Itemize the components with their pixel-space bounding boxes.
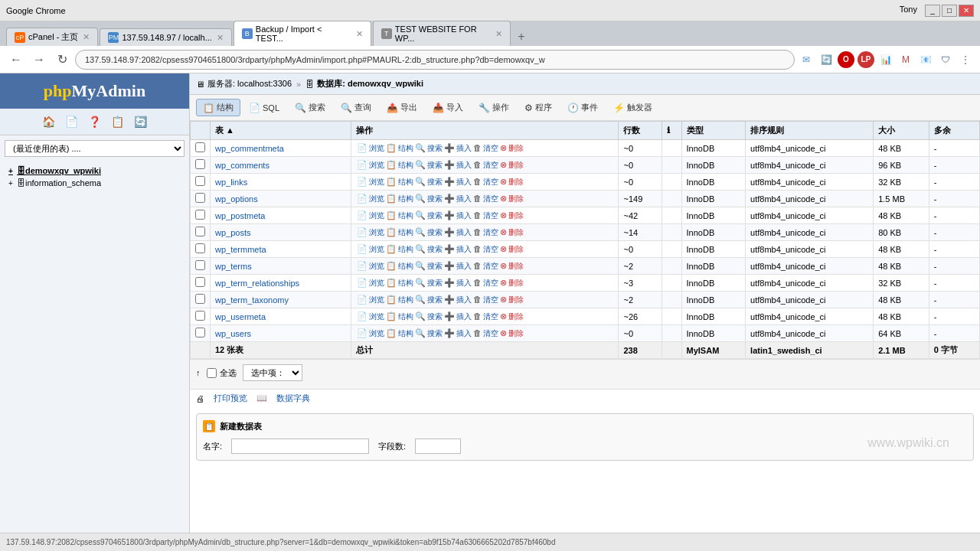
search-icon-2[interactable]: 🔍 [415, 177, 426, 186]
delete-icon-10[interactable]: ⊗ [500, 311, 507, 321]
browse-icon-9[interactable]: 📄 [357, 295, 368, 304]
checkbox-9[interactable] [195, 294, 205, 304]
forward-button[interactable]: → [29, 50, 49, 70]
empty-icon-0[interactable]: 🗑 [473, 143, 482, 152]
search-link-8[interactable]: 搜索 [427, 279, 443, 287]
th-rows[interactable]: 行数 [619, 122, 662, 140]
search-icon-1[interactable]: 🔍 [415, 160, 426, 169]
insert-icon-10[interactable]: ➕ [444, 311, 455, 321]
browse-icon-11[interactable]: 📄 [357, 328, 368, 337]
search-icon-10[interactable]: 🔍 [415, 311, 426, 321]
delete-icon-8[interactable]: ⊗ [500, 278, 507, 287]
search-icon-4[interactable]: 🔍 [415, 210, 426, 220]
empty-link-2[interactable]: 清空 [483, 178, 498, 186]
search-icon-9[interactable]: 🔍 [415, 295, 426, 304]
back-button[interactable]: ← [6, 50, 26, 70]
structure-icon-9[interactable]: 📋 [386, 295, 397, 304]
empty-icon-11[interactable]: 🗑 [473, 328, 482, 337]
structure-link-8[interactable]: 结构 [398, 279, 413, 287]
search-icon-3[interactable]: 🔍 [415, 194, 426, 203]
ext2-icon[interactable]: 📧 [917, 51, 934, 68]
toolbar-trigger[interactable]: ⚡ 触发器 [606, 99, 659, 116]
search-link-7[interactable]: 搜索 [427, 262, 443, 270]
home-nav-icon[interactable]: 🏠 [41, 113, 57, 130]
browse-icon-2[interactable]: 📄 [357, 177, 368, 186]
pma-tab-close[interactable]: ✕ [217, 33, 224, 43]
search-link-11[interactable]: 搜索 [427, 329, 443, 337]
structure-link-5[interactable]: 结构 [398, 228, 413, 236]
browse-link-4[interactable]: 浏览 [369, 211, 384, 220]
insert-link-2[interactable]: 插入 [456, 178, 472, 186]
search-icon-7[interactable]: 🔍 [415, 261, 426, 270]
structure-link-3[interactable]: 结构 [398, 194, 413, 203]
insert-link-8[interactable]: 插入 [456, 279, 472, 287]
structure-link-6[interactable]: 结构 [398, 245, 413, 253]
empty-icon-9[interactable]: 🗑 [473, 295, 482, 304]
test-tab-close[interactable]: ✕ [495, 29, 502, 39]
browse-icon-6[interactable]: 📄 [357, 244, 368, 253]
delete-icon-6[interactable]: ⊗ [500, 244, 507, 253]
toolbar-search[interactable]: 🔍 搜索 [288, 99, 332, 116]
th-table[interactable]: 表 ▲ [211, 122, 351, 140]
close-button[interactable]: ✕ [959, 5, 974, 17]
delete-link-3[interactable]: 删除 [508, 194, 524, 203]
empty-icon-8[interactable]: 🗑 [473, 278, 482, 287]
structure-icon-11[interactable]: 📋 [386, 328, 397, 337]
delete-link-1[interactable]: 删除 [508, 161, 524, 169]
insert-icon-1[interactable]: ➕ [444, 160, 455, 169]
browse-icon-0[interactable]: 📄 [357, 143, 368, 152]
delete-icon-3[interactable]: ⊗ [500, 194, 507, 203]
cpanel-tab-close[interactable]: ✕ [83, 32, 90, 42]
delete-link-5[interactable]: 删除 [508, 228, 524, 236]
structure-link-10[interactable]: 结构 [398, 312, 413, 321]
search-icon-6[interactable]: 🔍 [415, 244, 426, 253]
delete-link-8[interactable]: 删除 [508, 279, 524, 287]
structure-icon-5[interactable]: 📋 [386, 227, 397, 236]
structure-icon-6[interactable]: 📋 [386, 244, 397, 253]
table-name-link-3[interactable]: wp_options [215, 194, 258, 204]
insert-icon-8[interactable]: ➕ [444, 278, 455, 287]
search-link-10[interactable]: 搜索 [427, 312, 443, 321]
structure-icon-10[interactable]: 📋 [386, 311, 397, 321]
fields-count-input[interactable] [415, 439, 461, 454]
address-bar[interactable] [75, 50, 795, 70]
empty-link-6[interactable]: 清空 [483, 245, 498, 253]
sql-nav-icon[interactable]: 📄 [64, 113, 80, 130]
browse-icon-8[interactable]: 📄 [357, 278, 368, 287]
new-tab-button[interactable]: + [512, 28, 531, 46]
insert-icon-7[interactable]: ➕ [444, 261, 455, 270]
structure-link-4[interactable]: 结构 [398, 211, 413, 220]
browse-icon-3[interactable]: 📄 [357, 194, 368, 203]
insert-icon-3[interactable]: ➕ [444, 194, 455, 203]
more-icon[interactable]: ⋮ [957, 51, 974, 68]
checkbox-7[interactable] [195, 260, 205, 270]
search-link-9[interactable]: 搜索 [427, 295, 443, 304]
empty-link-0[interactable]: 清空 [483, 144, 498, 152]
checkbox-0[interactable] [195, 142, 205, 152]
expand-icon-demowxqv[interactable]: + [6, 166, 15, 175]
search-link-0[interactable]: 搜索 [427, 144, 443, 152]
empty-link-8[interactable]: 清空 [483, 279, 498, 287]
delete-icon-11[interactable]: ⊗ [500, 328, 507, 337]
email-icon[interactable]: ✉ [798, 51, 815, 68]
delete-link-9[interactable]: 删除 [508, 295, 524, 304]
delete-link-0[interactable]: 删除 [508, 144, 524, 152]
checkbox-4[interactable] [195, 210, 205, 220]
empty-icon-2[interactable]: 🗑 [473, 177, 482, 186]
tab-backup[interactable]: B Backup / Import < TEST... ✕ [234, 21, 371, 46]
checkbox-11[interactable] [195, 328, 205, 337]
browse-link-10[interactable]: 浏览 [369, 312, 384, 321]
browse-icon-10[interactable]: 📄 [357, 311, 368, 321]
table-name-link-11[interactable]: wp_users [215, 329, 251, 338]
opera-icon[interactable]: O [838, 51, 854, 68]
reload-nav-icon[interactable]: 🔄 [132, 113, 149, 130]
browse-link-6[interactable]: 浏览 [369, 245, 384, 253]
backup-tab-close[interactable]: ✕ [356, 29, 363, 39]
structure-icon-4[interactable]: 📋 [386, 210, 397, 220]
delete-icon-7[interactable]: ⊗ [500, 261, 507, 270]
checkbox-8[interactable] [195, 277, 205, 287]
insert-link-9[interactable]: 插入 [456, 295, 472, 304]
browse-icon-7[interactable]: 📄 [357, 261, 368, 270]
empty-icon-10[interactable]: 🗑 [473, 311, 482, 321]
browse-link-8[interactable]: 浏览 [369, 279, 384, 287]
